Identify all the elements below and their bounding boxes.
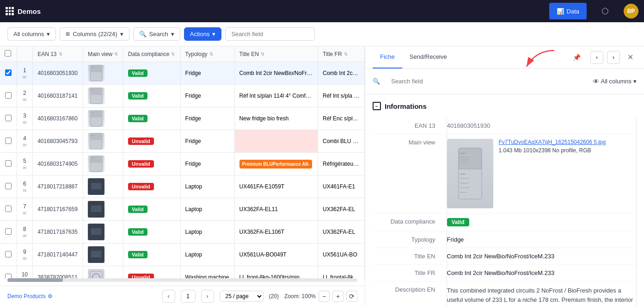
zoom-in-button[interactable]: + [332, 291, 343, 302]
table-row[interactable]: 9 ✉ 4718017140447 Valid Laptop UX561UA-B… [0, 244, 365, 266]
row-checkbox-cell[interactable] [0, 85, 17, 107]
table-row[interactable]: 10 ✉ 3838782008511 Unvalid Washing machi… [0, 266, 365, 279]
row-checkbox-cell[interactable] [0, 244, 17, 266]
col-num [17, 46, 33, 62]
row-checkbox[interactable] [5, 183, 12, 189]
per-page-select[interactable]: 25 / page 50 / page 100 / page [220, 291, 264, 302]
svg-rect-13 [90, 156, 102, 163]
toolbar: All columns ▾ ⊞ Columns (22/24) ▾ 🔍 Sear… [0, 22, 644, 46]
cell-main-view [83, 130, 123, 153]
avatar[interactable]: BP [624, 4, 638, 19]
col-typology[interactable]: Typology⇅ [180, 46, 234, 62]
cell-title-en: Premium BLUPerformance All- [234, 153, 318, 175]
cell-title-fr: UX561UA-BO [318, 244, 365, 266]
tab-fiche[interactable]: Fiche [373, 46, 402, 69]
row-checkbox-cell[interactable] [0, 221, 17, 244]
image-link[interactable]: Fv7TuDvoEAqXA7qH_162515042606 5.jpg [499, 139, 606, 145]
select-all-checkbox[interactable] [5, 50, 11, 56]
tab-network[interactable]: ⬡ [594, 0, 616, 22]
cell-compliance: Valid [123, 221, 181, 244]
cell-main-view [83, 221, 123, 244]
next-page-button[interactable]: › [201, 290, 214, 303]
cell-ean: 4016803187141 [33, 85, 83, 107]
email-icon: ✉ [23, 211, 26, 216]
table-row[interactable]: 6 ✉ 4718017218887 Unvalid Laptop UX461FA… [0, 175, 365, 198]
row-checkbox[interactable] [5, 206, 12, 212]
col-main-view[interactable]: Main view⇅ [83, 46, 123, 62]
cell-title-en: Réf Int s/plan 114l 4° Comfort A++ [234, 85, 318, 107]
main-view-value: Fv7TuDvoEAqXA7qH_162515042606 5.jpg 1.04… [447, 134, 637, 213]
section-collapse-icon[interactable]: − [373, 102, 381, 110]
right-search-input[interactable] [384, 73, 589, 89]
all-columns-button[interactable]: All columns ▾ [7, 27, 56, 41]
col-checkbox [0, 46, 17, 62]
row-checkbox-cell[interactable] [0, 62, 17, 85]
search-button[interactable]: 🔍 Search ▾ [133, 27, 180, 41]
field-row-main-view: Main view [373, 134, 637, 213]
table-row[interactable]: 2 ✉ 4016803187141 Valid Fridge Réf Int s… [0, 85, 365, 107]
description-en-value: This combined integrated circuits 2 NoFr… [447, 281, 637, 306]
col-data-compliance[interactable]: Data compliance⇅ [123, 46, 181, 62]
all-columns-toggle[interactable]: 👁 All columns ▾ [593, 78, 637, 85]
zoom-reset-button[interactable]: ⟳ [346, 291, 357, 302]
svg-rect-2 [91, 67, 94, 68]
cell-typology: Fridge [180, 107, 234, 130]
tab-send-receive[interactable]: Send/Receive [402, 46, 454, 69]
col-title-en[interactable]: Title EN⇅ [234, 46, 318, 62]
row-checkbox-cell[interactable] [0, 266, 17, 279]
table-row[interactable]: 4 ✉ 4016803045793 Unvalid Fridge Combi B… [0, 130, 365, 153]
row-checkbox-cell[interactable] [0, 153, 17, 175]
settings-icon[interactable]: ⚙ [48, 293, 53, 300]
search-input[interactable] [225, 27, 315, 41]
row-checkbox-cell[interactable] [0, 198, 17, 221]
cell-title-fr: Comb Int 2c NewBio/NoF [318, 62, 365, 85]
title-en-value: Comb Int 2cir NewBio/NoFrost/IceM.233 [447, 248, 637, 265]
next-record-button[interactable]: › [607, 51, 620, 64]
actions-button[interactable]: Actions ▾ [184, 27, 222, 41]
col-ean13[interactable]: EAN 13⇅ [33, 46, 83, 62]
cell-ean: 3838782008511 [33, 266, 83, 279]
table-row[interactable]: 3 ✉ 4016803167860 Valid Fridge New fridg… [0, 107, 365, 130]
row-checkbox[interactable] [5, 274, 12, 279]
svg-rect-23 [90, 271, 102, 278]
row-checkbox-cell[interactable] [0, 107, 17, 130]
cell-title-en: New fridge bio fresh [234, 107, 318, 130]
table-row[interactable]: 8 ✉ 4718017167635 Valid Laptop UX362FA-E… [0, 221, 365, 244]
zoom-out-button[interactable]: − [319, 291, 330, 302]
table-row[interactable]: 1 ✉ 4016803051930 Valid Fridge Comb Int … [0, 62, 365, 85]
svg-rect-4 [90, 88, 102, 95]
row-checkbox[interactable] [5, 92, 12, 99]
cell-ean: 4016803167860 [33, 107, 83, 130]
row-checkbox[interactable] [5, 228, 12, 235]
row-checkbox[interactable] [5, 137, 12, 144]
row-checkbox[interactable] [5, 69, 12, 76]
svg-rect-33 [460, 162, 467, 162]
table-scroll[interactable]: EAN 13⇅ Main view⇅ Data compliance⇅ Typo… [0, 46, 365, 278]
row-checkbox[interactable] [5, 115, 12, 121]
prev-page-button[interactable]: ‹ [162, 290, 175, 303]
svg-rect-29 [459, 148, 482, 169]
horizontal-scrollbar[interactable] [7, 278, 357, 282]
chevron-down-icon: ▾ [171, 31, 174, 37]
cell-main-view [83, 175, 123, 198]
tab-data[interactable]: 📊 Data [549, 3, 587, 19]
col-title-fr[interactable]: Title FR⇅ [318, 46, 365, 62]
data-table: EAN 13⇅ Main view⇅ Data compliance⇅ Typo… [0, 46, 365, 278]
row-checkbox[interactable] [5, 251, 12, 257]
close-panel-button[interactable]: ✕ [624, 51, 637, 64]
columns-button[interactable]: ⊞ Columns (22/24) ▾ [60, 27, 129, 41]
sort-icon: ⇅ [261, 51, 264, 56]
pin-button[interactable]: 📌 [570, 51, 583, 64]
cell-typology: Laptop [180, 175, 234, 198]
row-checkbox-cell[interactable] [0, 175, 17, 198]
cell-typology: Fridge [180, 85, 234, 107]
page-input[interactable] [181, 290, 196, 303]
demo-label[interactable]: Demo Products ⚙ [7, 293, 53, 300]
cell-compliance: Valid [123, 198, 181, 221]
prev-record-button[interactable]: ‹ [590, 51, 603, 64]
table-row[interactable]: 7 ✉ 4718017167659 Valid Laptop UX362FA-E… [0, 198, 365, 221]
table-row[interactable]: 5 ✉ 4016803174905 Unvalid Fridge Premium… [0, 153, 365, 175]
row-checkbox-cell[interactable] [0, 130, 17, 153]
row-checkbox[interactable] [5, 160, 12, 167]
cell-title-en: UX461FA-E1059T [234, 175, 318, 198]
